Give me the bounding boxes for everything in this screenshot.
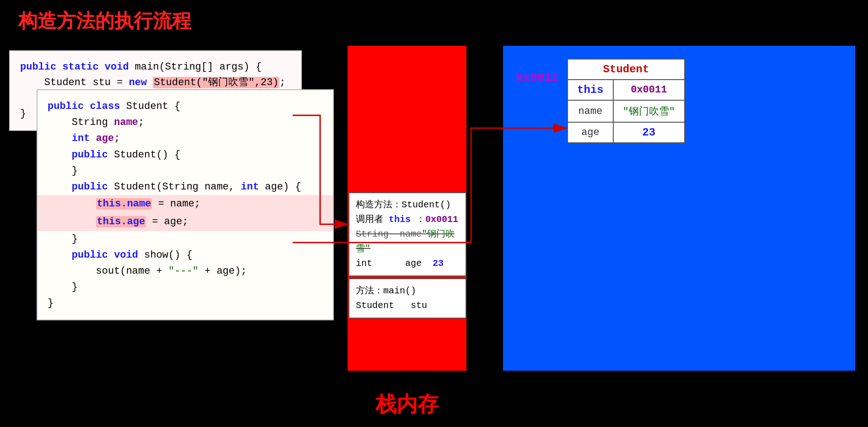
table-row-name: name "钢门吹雪" [568,100,685,122]
code-class-3: int age; [48,130,323,146]
object-table: Student this 0x0011 name "钢门吹雪" age 23 [567,59,685,143]
main-frame: 方法：main() Student stu [348,278,466,319]
code-class-13: } [48,295,323,311]
field-this: this [568,80,613,100]
code-class-4: public Student() { [48,147,323,163]
code-class-12: } [48,279,323,295]
constructor-this: 调用者 this ：0x0011 [356,212,459,227]
stack-label: 栈内存 [348,390,466,419]
constructor-title: 构造方法：Student() [356,198,459,212]
code-line-1: public static void main(String[] args) { [20,59,291,75]
code-class-8: this.age = age; [48,214,323,230]
code-line-2: Student stu = new Student("钢门吹雪",23); [20,75,291,91]
main-title: 方法：main() [356,284,459,298]
code-class-9: } [48,231,323,247]
code-class-5: } [48,163,323,179]
main-stu: Student stu [356,298,459,313]
value-name: "钢门吹雪" [613,100,685,122]
value-age: 23 [613,122,685,143]
field-age: age [568,122,613,143]
table-row-this: this 0x0011 [568,80,685,100]
constructor-name: String name"钢门吹雪" [356,227,459,256]
object-table-wrapper: Student this 0x0011 name "钢门吹雪" age 23 [567,59,685,143]
object-class-header: Student [568,59,685,80]
code-class-11: sout(name + "---" + age); [48,263,323,279]
code-class-6: public Student(String name, int age) { [48,179,323,195]
table-row-age: age 23 [568,122,685,143]
page-title: 构造方法的执行流程 [18,8,191,34]
field-name: name [568,100,613,122]
constructor-age: int age 23 [356,256,459,271]
constructor-frame: 构造方法：Student() 调用者 this ：0x0011 String n… [348,192,466,276]
student-code-panel: public class Student { String name; int … [37,89,334,320]
addr-label: 0x0011 [516,71,559,85]
value-this: 0x0011 [613,80,685,100]
code-class-2: String name; [48,114,323,130]
code-highlight-row-2: this.age = age; [38,213,333,231]
code-highlight-row-1: this.name = name; [38,195,333,213]
code-class-7: this.name = name; [48,196,323,212]
code-class-10: public void show() { [48,247,323,263]
code-class-1: public class Student { [48,98,323,114]
